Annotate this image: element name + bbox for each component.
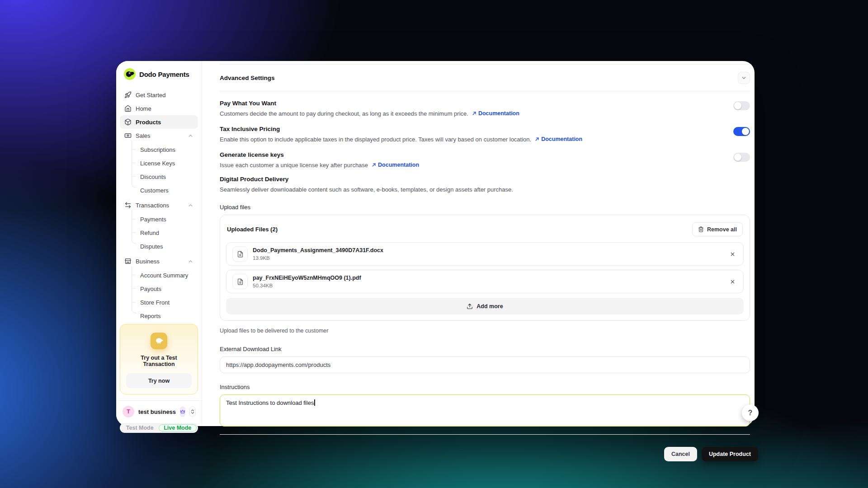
upload-caption: Upload files to be delivered to the cust…	[220, 328, 750, 334]
documentation-label: Documentation	[478, 110, 519, 117]
file-row: Dodo_Payments_Assignment_3490D7A31F.docx…	[226, 242, 744, 266]
brand-logo: Dodo Payments	[116, 68, 202, 80]
sidebar-item-get-started[interactable]: Get Started	[120, 88, 198, 102]
sidebar-item-label: Home	[136, 105, 151, 112]
bottom-divider	[220, 434, 750, 435]
external-download-link-label: External Download Link	[220, 346, 750, 352]
uploaded-files-header: Uploaded Files (2) Remove all	[226, 221, 744, 242]
test-transaction-card: Try out a Test Transaction Try now	[120, 324, 198, 394]
toggle-knob	[734, 154, 741, 161]
uploaded-files-card: Uploaded Files (2) Remove all Dodo_Payme…	[220, 215, 750, 321]
app-window: Dodo Payments Get Started Home Products …	[116, 61, 755, 426]
file-icon	[232, 246, 248, 262]
live-mode-button[interactable]: Live Mode	[159, 424, 197, 432]
sidebar-item-home[interactable]: Home	[120, 102, 198, 115]
avatar: T	[123, 406, 134, 418]
tax-inclusive-pricing-toggle[interactable]	[733, 127, 750, 136]
chevrons-up-down-icon[interactable]	[189, 406, 196, 417]
digital-product-delivery: Digital Product Delivery Seamlessly deli…	[220, 176, 750, 193]
chevron-up-icon	[188, 258, 193, 264]
trash-icon	[698, 226, 704, 232]
sidebar-item-label: Reports	[140, 313, 161, 319]
setting-desc-text: Issue each customer a unique license key…	[220, 162, 368, 169]
dodo-logo-icon	[124, 68, 136, 80]
setting-desc-text: Enable this option to include applicable…	[220, 136, 531, 143]
close-icon	[730, 279, 736, 285]
sidebar-item-label: Store Front	[140, 299, 170, 306]
arrows-swap-icon	[124, 202, 132, 209]
setting-desc-text: Customers decide the amount to pay durin…	[220, 110, 468, 117]
sidebar-item-reports[interactable]: Reports	[120, 309, 198, 323]
add-more-button[interactable]: Add more	[226, 298, 744, 314]
file-size: 13.9KB	[253, 255, 383, 261]
sidebar-item-refund[interactable]: Refund	[120, 226, 198, 239]
pay-what-you-want-toggle[interactable]	[733, 101, 750, 110]
help-button[interactable]: ?	[742, 404, 759, 421]
external-download-link-input[interactable]	[220, 357, 750, 373]
sales-subitems: Subscriptions License Keys Discounts Cus…	[120, 142, 198, 198]
business-account-row[interactable]: T test business	[116, 400, 202, 422]
file-name: Dodo_Payments_Assignment_3490D7A31F.docx	[253, 247, 383, 253]
documentation-link[interactable]: Documentation	[472, 110, 519, 117]
advanced-settings-title: Advanced Settings	[220, 75, 275, 81]
generate-license-keys-toggle[interactable]	[733, 153, 750, 162]
sidebar-item-label: Disputes	[140, 243, 163, 250]
text-caret	[314, 399, 315, 406]
delivery-title: Digital Product Delivery	[220, 176, 513, 183]
sidebar: Dodo Payments Get Started Home Products …	[116, 61, 202, 426]
instructions-textarea[interactable]: Test Instructions to download files	[220, 394, 750, 427]
instructions-value: Test Instructions to download files	[226, 399, 314, 406]
remove-all-button[interactable]: Remove all	[692, 222, 743, 236]
external-link-icon	[535, 137, 539, 141]
sidebar-item-payouts[interactable]: Payouts	[120, 282, 198, 296]
file-row: pay_FrxNEiHEyoW5znMHmqOO9 (1).pdf 50.34K…	[226, 270, 744, 293]
sidebar-item-label: Products	[136, 119, 161, 126]
rocket-icon	[124, 91, 132, 99]
file-icon	[232, 274, 248, 289]
remove-file-button[interactable]	[728, 249, 737, 259]
setting-desc: Customers decide the amount to pay durin…	[220, 110, 519, 117]
instructions-label: Instructions	[220, 384, 750, 390]
cancel-button[interactable]: Cancel	[664, 447, 697, 461]
crown-badge[interactable]	[180, 406, 185, 417]
home-icon	[124, 105, 132, 112]
file-meta: Dodo_Payments_Assignment_3490D7A31F.docx…	[253, 247, 383, 261]
setting-title: Generate license keys	[220, 151, 419, 158]
sidebar-item-label: Payouts	[140, 286, 161, 292]
sidebar-item-label: Subscriptions	[140, 146, 175, 153]
sidebar-item-store-front[interactable]: Store Front	[120, 296, 198, 309]
sidebar-item-customers[interactable]: Customers	[120, 183, 198, 197]
mode-toggle: Test Mode Live Mode	[120, 423, 198, 433]
sidebar-item-license-keys[interactable]: License Keys	[120, 156, 198, 170]
business-subitems: Account Summary Payouts Store Front Repo…	[120, 268, 198, 324]
sidebar-item-label: License Keys	[140, 160, 175, 167]
sidebar-item-account-summary[interactable]: Account Summary	[120, 268, 198, 282]
sidebar-item-discounts[interactable]: Discounts	[120, 170, 198, 183]
documentation-link[interactable]: Documentation	[535, 136, 582, 142]
sidebar-item-label: Transactions	[136, 202, 169, 209]
setting-tax-inclusive-pricing: Tax Inclusive Pricing Enable this option…	[220, 126, 750, 143]
update-product-button[interactable]: Update Product	[702, 447, 758, 461]
documentation-label: Documentation	[378, 162, 419, 168]
setting-pay-what-you-want: Pay What You Want Customers decide the a…	[220, 100, 750, 117]
sidebar-item-products[interactable]: Products	[120, 115, 198, 129]
documentation-link[interactable]: Documentation	[372, 162, 419, 168]
sidebar-item-payments[interactable]: Payments	[120, 212, 198, 226]
storefront-icon	[124, 258, 132, 265]
test-mode-button[interactable]: Test Mode	[121, 424, 159, 432]
remove-file-button[interactable]	[728, 277, 737, 286]
sidebar-item-subscriptions[interactable]: Subscriptions	[120, 143, 198, 156]
sidebar-nav: Get Started Home Products Sales Subscrip…	[116, 88, 202, 324]
setting-desc: Issue each customer a unique license key…	[220, 162, 419, 169]
try-now-button[interactable]: Try now	[126, 373, 192, 388]
sidebar-item-label: Payments	[140, 216, 166, 223]
file-meta: pay_FrxNEiHEyoW5znMHmqOO9 (1).pdf 50.34K…	[253, 275, 361, 288]
delivery-desc: Seamlessly deliver downloadable content …	[220, 186, 513, 193]
advanced-settings-header[interactable]: Advanced Settings	[220, 65, 750, 91]
setting-text: Digital Product Delivery Seamlessly deli…	[220, 176, 513, 193]
chevron-up-icon	[188, 133, 193, 139]
sidebar-item-label: Sales	[136, 132, 151, 139]
sidebar-item-disputes[interactable]: Disputes	[120, 239, 198, 253]
collapse-section-button[interactable]	[738, 72, 750, 84]
external-link-icon	[472, 111, 476, 116]
